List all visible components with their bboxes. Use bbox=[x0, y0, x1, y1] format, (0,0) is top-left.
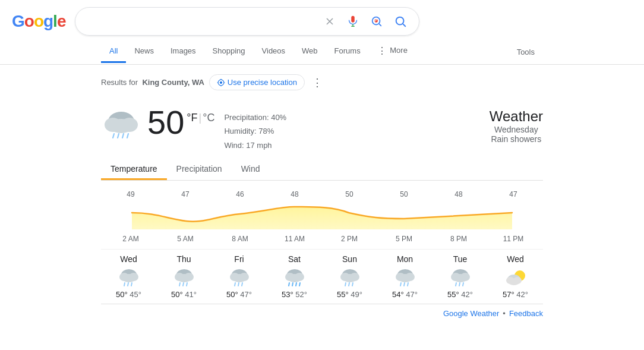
search-input[interactable]: weather today bbox=[85, 16, 317, 27]
svg-line-42 bbox=[238, 283, 239, 286]
forecast-day-2[interactable]: Fri 50° 47° bbox=[211, 254, 267, 299]
svg-point-33 bbox=[177, 274, 191, 282]
forecast-day-6[interactable]: Tue 55° 42° bbox=[433, 254, 488, 299]
time-label-7: 11 PM bbox=[490, 235, 537, 243]
search-button[interactable] bbox=[392, 12, 409, 30]
forecast-name-1: Thu bbox=[176, 254, 191, 264]
svg-line-63 bbox=[400, 283, 401, 286]
svg-line-27 bbox=[124, 283, 125, 286]
tab-all[interactable]: All bbox=[101, 40, 126, 63]
tab-more[interactable]: ⋮ More bbox=[369, 39, 416, 64]
google-logo: Google bbox=[12, 12, 65, 31]
voice-search-button[interactable] bbox=[344, 12, 362, 30]
forecast-icon-5 bbox=[393, 266, 418, 288]
svg-line-22 bbox=[127, 134, 128, 138]
feedback-link[interactable]: Feedback bbox=[509, 309, 543, 318]
forecast-icon-0 bbox=[116, 266, 141, 288]
svg-point-69 bbox=[453, 274, 468, 282]
forecast-day-5[interactable]: Mon 54° 47° bbox=[377, 254, 433, 299]
time-label-5: 5 PM bbox=[380, 235, 428, 243]
svg-line-41 bbox=[235, 283, 235, 286]
forecast-day-7[interactable]: Wed 57° 42° bbox=[488, 254, 543, 299]
temperature-chart: 49 47 46 48 50 50 48 47 bbox=[101, 190, 543, 244]
weather-tab-temperature[interactable]: Temperature bbox=[101, 159, 167, 180]
mic-icon bbox=[346, 15, 359, 28]
tab-shopping[interactable]: Shopping bbox=[204, 40, 254, 63]
time-label-1: 5 AM bbox=[162, 235, 209, 243]
svg-point-26 bbox=[122, 274, 136, 282]
unit-c[interactable]: °C bbox=[203, 112, 214, 124]
forecast-name-2: Fri bbox=[234, 254, 244, 264]
more-icon: ⋮ bbox=[377, 46, 387, 56]
precise-location-button[interactable]: Use precise location bbox=[209, 74, 305, 90]
svg-line-65 bbox=[408, 283, 408, 286]
precise-location-label: Use precise location bbox=[228, 78, 297, 87]
chart-svg-container bbox=[101, 200, 543, 231]
forecast-icon-2 bbox=[227, 266, 252, 288]
weather-day: Wednesday bbox=[490, 125, 543, 134]
search-bar: weather today bbox=[75, 7, 419, 36]
forecast-temps-1: 50° 41° bbox=[171, 290, 197, 299]
forecast-name-0: Wed bbox=[120, 254, 137, 264]
svg-line-8 bbox=[403, 24, 406, 26]
time-label-2: 8 AM bbox=[216, 235, 264, 243]
precipitation-text: Precipitation: 40% bbox=[224, 111, 286, 124]
temperature-unit: °F | °C bbox=[187, 112, 214, 124]
svg-line-70 bbox=[456, 283, 456, 286]
svg-point-62 bbox=[398, 274, 412, 282]
svg-line-43 bbox=[242, 283, 242, 286]
tab-images[interactable]: Images bbox=[162, 40, 204, 63]
weather-tab-wind[interactable]: Wind bbox=[232, 159, 270, 180]
search-icons bbox=[321, 12, 409, 30]
header: Google weather today bbox=[0, 0, 644, 36]
lens-icon bbox=[370, 15, 383, 28]
forecast-name-5: Mon bbox=[397, 254, 413, 264]
svg-line-71 bbox=[459, 283, 460, 286]
svg-line-64 bbox=[404, 283, 405, 286]
main-content: Results for King County, WA Use precise … bbox=[0, 65, 644, 333]
svg-line-49 bbox=[292, 283, 293, 286]
tab-videos[interactable]: Videos bbox=[254, 40, 294, 63]
rain-cloud-svg bbox=[101, 108, 141, 141]
forecast-day-3[interactable]: Sat 53° 52° bbox=[267, 254, 322, 299]
forecast-day-1[interactable]: Thu 50° 41° bbox=[156, 254, 211, 299]
humidity-text: Humidity: 78% bbox=[224, 124, 286, 138]
forecast-temps-3: 53° 52° bbox=[282, 290, 307, 299]
svg-line-21 bbox=[122, 134, 124, 138]
image-search-button[interactable] bbox=[368, 12, 386, 30]
svg-point-18 bbox=[109, 119, 133, 133]
weather-summary: Weather Wednesday Rain showers bbox=[490, 106, 543, 144]
weather-footer: Google Weather • Feedback bbox=[101, 304, 543, 318]
clear-button[interactable] bbox=[321, 13, 338, 30]
forecast-day-0[interactable]: Wed 50° 45° bbox=[101, 254, 156, 299]
unit-f[interactable]: °F bbox=[187, 112, 197, 124]
svg-line-72 bbox=[463, 283, 463, 286]
forecast-icon-7 bbox=[503, 266, 528, 288]
tab-web[interactable]: Web bbox=[293, 40, 326, 63]
weather-tab-precipitation[interactable]: Precipitation bbox=[167, 159, 232, 180]
weather-tabs: Temperature Precipitation Wind bbox=[101, 159, 543, 181]
time-label-0: 2 AM bbox=[107, 235, 154, 243]
svg-line-48 bbox=[289, 283, 289, 286]
svg-line-35 bbox=[183, 283, 184, 286]
svg-point-77 bbox=[508, 278, 520, 285]
weather-condition: Rain showers bbox=[490, 134, 543, 144]
svg-line-57 bbox=[349, 283, 349, 286]
svg-line-56 bbox=[345, 283, 346, 286]
location-more-icon[interactable]: ⋮ bbox=[312, 76, 323, 89]
google-weather-link[interactable]: Google Weather bbox=[443, 309, 499, 318]
tab-forums[interactable]: Forums bbox=[326, 40, 369, 63]
tools-button[interactable]: Tools bbox=[509, 42, 543, 62]
svg-point-47 bbox=[288, 274, 302, 282]
forecast-day-4[interactable]: Sun 55° 49° bbox=[322, 254, 377, 299]
forecast-temps-4: 55° 49° bbox=[337, 290, 362, 299]
svg-line-29 bbox=[131, 283, 132, 286]
time-label-4: 2 PM bbox=[326, 235, 373, 243]
forecast-icon-4 bbox=[337, 266, 362, 288]
chart-label-7: 47 bbox=[490, 190, 537, 198]
svg-point-55 bbox=[343, 274, 357, 282]
forecast-name-4: Sun bbox=[342, 254, 357, 264]
time-label-3: 11 AM bbox=[271, 235, 318, 243]
results-for-text: Results for King County, WA bbox=[101, 78, 204, 87]
tab-news[interactable]: News bbox=[126, 40, 162, 63]
